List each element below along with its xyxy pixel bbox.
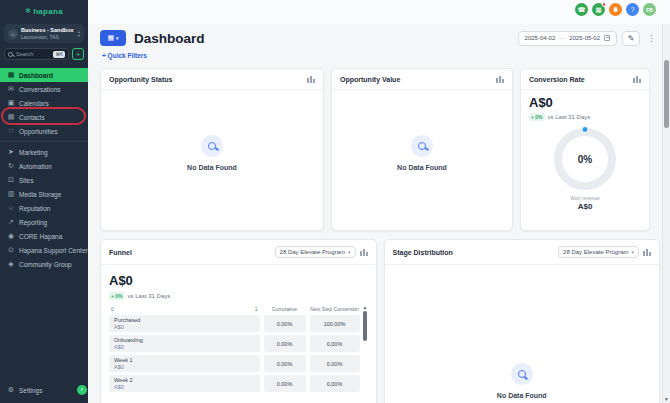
- chart-settings-icon[interactable]: [496, 75, 504, 83]
- stage-value: A$0: [114, 364, 255, 370]
- card-title: Opportunity Value: [340, 76, 400, 83]
- contacts-icon: ▤: [7, 113, 15, 121]
- sidebar-item-label: Reputation: [19, 205, 50, 212]
- conversion-donut-chart: 0%: [554, 128, 616, 190]
- stage-value: A$0: [114, 384, 255, 390]
- sidebar-item-settings[interactable]: ⚙ Settings: [0, 383, 88, 397]
- magnifier-icon: [518, 370, 526, 378]
- sidebar-item-opportunities[interactable]: ∷ Opportunities: [0, 124, 88, 138]
- page-scrollbar[interactable]: ▼: [662, 24, 670, 403]
- funnel-filter-select[interactable]: 28 Day Elevate Program ▾: [275, 246, 356, 258]
- help-icon[interactable]: ?: [626, 3, 639, 16]
- opportunity-value-card: Opportunity Value No Data Found: [331, 68, 513, 231]
- sidebar-item-label: Reporting: [19, 219, 47, 226]
- empty-state-text: No Data Found: [187, 164, 237, 171]
- sidebar-item-support-center[interactable]: ⊙ Hapana Support Center: [0, 243, 88, 257]
- phone-icon[interactable]: ☎: [575, 3, 588, 16]
- won-revenue-value: A$0: [529, 202, 641, 211]
- cumulative-cell: 0.00%: [264, 375, 306, 392]
- sidebar-item-reputation[interactable]: ☆ Reputation: [0, 201, 88, 215]
- gear-icon: ⚙: [7, 386, 15, 394]
- logo: ✻ hapana: [0, 0, 88, 22]
- search-icon: [8, 52, 13, 57]
- sidebar-item-core-hapana[interactable]: ◉ CORE Hapana: [0, 229, 88, 243]
- cumulative-cell: 0.00%: [264, 315, 306, 332]
- stage-filter-select[interactable]: 28 Day Elevate Program ▾: [558, 246, 639, 258]
- chart-settings-icon[interactable]: [633, 75, 641, 83]
- quick-filters-link[interactable]: + Quick Filters: [102, 52, 658, 59]
- chevron-down-icon: ▾: [631, 249, 634, 255]
- bell-icon[interactable]: [609, 3, 622, 16]
- scroll-down-icon[interactable]: ▼: [664, 396, 669, 402]
- funnel-card: Funnel 28 Day Elevate Program ▾ A$0: [100, 239, 377, 403]
- donut-percent: 0%: [578, 154, 592, 165]
- media-storage-icon: ▥: [7, 190, 15, 198]
- business-selector[interactable]: ⌂ Business - Sandbox Launceston, TAS ▴▾: [4, 24, 84, 43]
- scroll-up-icon[interactable]: ▲: [363, 306, 367, 310]
- column-header-next-step: Next Step Conversion: [310, 306, 360, 312]
- calendar-icon: [604, 35, 610, 41]
- stage-value: A$0: [114, 344, 255, 350]
- add-button[interactable]: +: [72, 48, 84, 60]
- funnel-amount: A$0: [109, 273, 133, 288]
- funnel-table-scrollbar[interactable]: ▲: [363, 306, 368, 392]
- chart-settings-icon[interactable]: [643, 248, 651, 256]
- empty-halo: [411, 135, 433, 157]
- conversion-rate-card: Conversion Rate A$0 + 0% vs Last 31 Days…: [520, 68, 650, 231]
- chart-settings-icon[interactable]: [360, 248, 368, 256]
- sidebar-item-label: Settings: [19, 387, 43, 394]
- chevron-down-icon: ▾: [348, 249, 351, 255]
- select-value: 28 Day Elevate Program: [563, 249, 628, 255]
- funnel-row[interactable]: Week 1A$0 0.00% 0.00%: [109, 355, 360, 372]
- next-step-cell: 0.00%: [310, 375, 360, 392]
- date-range-picker[interactable]: 2025-04-02 → 2025-05-02: [518, 31, 617, 46]
- funnel-row[interactable]: Week 2A$0 0.00% 0.00%: [109, 375, 360, 392]
- trend-badge: + 0%: [529, 113, 545, 121]
- compare-label: vs Last 31 Days: [548, 114, 591, 120]
- arrow-right-icon: →: [559, 35, 565, 41]
- next-step-cell: 0.00%: [310, 355, 360, 372]
- card-title: Opportunity Status: [109, 76, 172, 83]
- stage-value: A$0: [114, 324, 255, 330]
- collapse-sidebar-button[interactable]: ‹: [77, 385, 87, 395]
- sidebar-item-dashboard[interactable]: ▦ Dashboard: [0, 68, 88, 82]
- sidebar-item-conversations[interactable]: ✉ Conversations: [0, 82, 88, 96]
- scrollbar-thumb[interactable]: [363, 311, 367, 341]
- scrollbar-thumb[interactable]: [664, 60, 669, 128]
- sidebar-item-label: CORE Hapana: [19, 233, 62, 240]
- empty-state-text: No Data Found: [397, 164, 447, 171]
- dashboard-switcher-button[interactable]: ▦ ▾: [100, 30, 126, 46]
- stage-name: Purchased: [114, 317, 255, 323]
- sidebar-item-automation[interactable]: ↻ Automation: [0, 159, 88, 173]
- search-input[interactable]: Search ⌘K: [4, 48, 69, 60]
- sidebar-item-marketing[interactable]: ➤ Marketing: [0, 145, 88, 159]
- stage-distribution-card: Stage Distribution 28 Day Elevate Progra…: [384, 239, 661, 403]
- marketing-icon: ➤: [7, 148, 15, 156]
- date-start: 2025-04-02: [525, 35, 556, 41]
- funnel-row[interactable]: PurchasedA$0 0.00% 100.00%: [109, 315, 360, 332]
- sidebar-item-reporting[interactable]: ↗ Reporting: [0, 215, 88, 229]
- sidebar-item-label: Contacts: [19, 114, 45, 121]
- business-name: Business - Sandbox: [21, 27, 74, 33]
- card-title: Conversion Rate: [529, 76, 585, 83]
- sidebar-item-media-storage[interactable]: ▥ Media Storage: [0, 187, 88, 201]
- apps-grid-icon[interactable]: ▦: [592, 3, 605, 16]
- avatar[interactable]: FB: [643, 3, 656, 16]
- sidebar-item-sites[interactable]: ⊡ Sites: [0, 173, 88, 187]
- sidebar-item-community-group[interactable]: ◈ Community Group: [0, 257, 88, 271]
- magnifier-icon: [418, 142, 426, 150]
- empty-state-text: No Data Found: [497, 392, 547, 399]
- sidebar-item-calendars[interactable]: ▣ Calendars: [0, 96, 88, 110]
- chart-settings-icon[interactable]: [307, 75, 315, 83]
- more-menu-icon[interactable]: ⋮: [645, 33, 658, 43]
- conversion-amount: A$0: [529, 95, 641, 110]
- magnifier-icon: [208, 142, 216, 150]
- main-content: ☎ ▦ ? FB ▦ ▾ Dashboard 2025-04-02 → 2025…: [88, 0, 670, 403]
- sidebar-item-label: Community Group: [19, 261, 72, 268]
- next-step-cell: 100.00%: [310, 315, 360, 332]
- funnel-row[interactable]: OnboardingA$0 0.00% 0.00%: [109, 335, 360, 352]
- sidebar-item-contacts[interactable]: ▤ Contacts: [0, 110, 88, 124]
- edit-dashboard-button[interactable]: ✎: [622, 31, 640, 46]
- reputation-icon: ☆: [7, 204, 15, 212]
- core-hapana-icon: ◉: [7, 232, 15, 240]
